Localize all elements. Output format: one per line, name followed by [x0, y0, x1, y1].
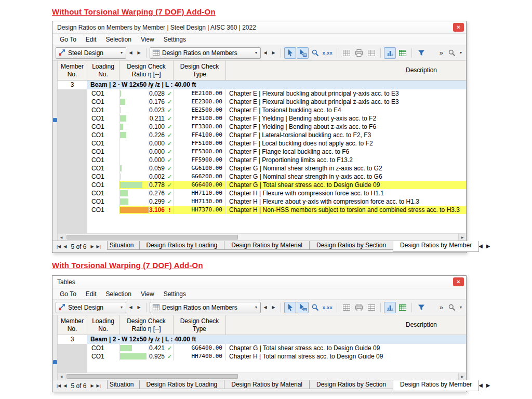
- module-combo[interactable]: Steel Design ▾: [56, 302, 126, 313]
- tab-design-ratios-by-section[interactable]: Design Ratios by Section: [309, 380, 393, 389]
- tab-situation[interactable]: Situation: [107, 380, 140, 389]
- col-loading-no[interactable]: Loading No.: [87, 315, 119, 335]
- tabs-scroll-right-icon[interactable]: ▶: [486, 382, 490, 388]
- menu-edit[interactable]: Edit: [81, 35, 101, 44]
- sync-selection-icon[interactable]: [284, 47, 296, 59]
- col-description[interactable]: Description: [226, 315, 466, 335]
- pager-first-button[interactable]: |◀: [57, 383, 61, 388]
- table-row[interactable]: CO1 0.211 ✓ FF3100.00 Chapter F | Yieldi…: [58, 114, 466, 123]
- decimal-places-icon[interactable]: x.xx: [322, 47, 334, 59]
- filter-icon[interactable]: [415, 47, 427, 59]
- col-description[interactable]: Description: [226, 61, 466, 80]
- menu-go-to[interactable]: Go To: [55, 35, 81, 44]
- col-design-check-ratio[interactable]: Design Check Ratio η [--]: [119, 315, 174, 335]
- table-row[interactable]: CO1 0.028 ✓ EE2100.00 Chapter E | Flexur…: [58, 89, 466, 98]
- module-next-button[interactable]: ▶: [135, 48, 143, 58]
- pager-prev-button[interactable]: ◀: [63, 244, 66, 249]
- member-group-row[interactable]: 3 Beam | 2 - W 12x50 /y /z | L : 40.00 f…: [58, 81, 466, 89]
- menu-selection[interactable]: Selection: [101, 35, 136, 44]
- scrollbar-thumb[interactable]: [66, 235, 238, 240]
- result-diagrams-icon[interactable]: [384, 302, 396, 313]
- export-table-icon[interactable]: [365, 47, 377, 59]
- toolbar-overflow-button[interactable]: »: [437, 303, 446, 311]
- print-icon[interactable]: [353, 47, 365, 59]
- col-design-check-ratio[interactable]: Design Check Ratio η [--]: [119, 61, 174, 80]
- tab-design-ratios-by-material[interactable]: Design Ratios by Material: [224, 241, 310, 250]
- table-row[interactable]: CO1 0.176 ✓ EE2300.00 Chapter E | Flexur…: [58, 98, 466, 106]
- col-loading-no[interactable]: Loading No.: [87, 61, 119, 80]
- chevron-down-icon[interactable]: ▾: [459, 50, 463, 55]
- menu-settings[interactable]: Settings: [159, 35, 191, 44]
- tab-design-ratios-by-member[interactable]: Design Ratios by Member: [393, 380, 479, 391]
- tab-situation[interactable]: Situation: [107, 241, 140, 250]
- table-row[interactable]: CO1 0.059 ✓ GG6100.00 Chapter G | Nomina…: [58, 164, 466, 172]
- table-prev-button[interactable]: ◀: [261, 48, 269, 58]
- scroll-right-icon[interactable]: ▶: [458, 373, 466, 380]
- table-row[interactable]: CO1 0.226 ✓ FF4100.00 Chapter F | Latera…: [58, 131, 466, 139]
- side-panel-icon[interactable]: [53, 115, 57, 124]
- horizontal-scrollbar[interactable]: ◀ ▶: [58, 373, 466, 380]
- chevron-down-icon[interactable]: ▾: [459, 305, 463, 310]
- menu-view[interactable]: View: [136, 289, 159, 299]
- col-member-no[interactable]: Member No.: [58, 61, 87, 80]
- table-next-button[interactable]: ▶: [270, 302, 277, 313]
- print-icon[interactable]: [353, 302, 365, 313]
- module-combo[interactable]: Steel Design ▾: [56, 47, 126, 59]
- col-design-check-type[interactable]: Design Check Type: [174, 315, 226, 335]
- pager-last-button[interactable]: ▶|: [97, 244, 101, 249]
- menu-edit[interactable]: Edit: [81, 289, 101, 299]
- module-prev-button[interactable]: ◀: [127, 48, 135, 58]
- pager-first-button[interactable]: |◀: [57, 244, 61, 249]
- col-member-no[interactable]: Member No.: [58, 315, 87, 335]
- table-row[interactable]: CO1 0.023 ✓ EE2500.00 Chapter E | Torsio…: [58, 106, 466, 114]
- pager-last-button[interactable]: ▶|: [97, 383, 101, 388]
- tabs-scroll-left-icon[interactable]: ◀: [478, 382, 483, 388]
- sync-selection-icon[interactable]: [284, 302, 296, 313]
- excel-export-icon[interactable]: [396, 47, 408, 59]
- member-group-row[interactable]: 3 Beam | 2 - W 12x50 /y /z | L : 40.00 f…: [58, 335, 466, 344]
- tab-design-ratios-by-section[interactable]: Design Ratios by Section: [309, 241, 393, 250]
- table-row[interactable]: CO1 0.000 ✓ FF5300.00 Chapter F | Flange…: [58, 148, 466, 156]
- excel-export-icon[interactable]: [396, 302, 408, 313]
- zoom-to-selection-icon[interactable]: [309, 47, 321, 59]
- table-row[interactable]: CO1 0.100 ✓ FF3300.00 Chapter F | Yieldi…: [58, 123, 466, 131]
- toolbar-overflow-button[interactable]: »: [437, 49, 446, 57]
- scroll-right-icon[interactable]: ▶: [458, 234, 466, 241]
- filter-icon[interactable]: [415, 302, 427, 313]
- tabs-scroll-left-icon[interactable]: ◀: [478, 243, 483, 249]
- pager-prev-button[interactable]: ◀: [63, 383, 66, 388]
- close-icon[interactable]: ×: [453, 277, 464, 286]
- table-row[interactable]: CO1 0.276 ✓ HH7110.00 Chapter H | Flexur…: [58, 189, 466, 197]
- export-table-icon[interactable]: [365, 302, 377, 313]
- zoom-to-selection-icon[interactable]: [309, 302, 321, 313]
- table-row[interactable]: CO1 0.421 ✓ GG6400.00 Chapter G | Total …: [58, 344, 466, 352]
- table-view-icon[interactable]: [340, 47, 352, 59]
- select-in-graphic-icon[interactable]: [297, 302, 309, 313]
- pager-next-button[interactable]: ▶: [90, 244, 94, 249]
- table-row[interactable]: CO1 0.002 ✓ GG6200.00 Chapter G | Nomina…: [58, 172, 466, 181]
- col-design-check-type[interactable]: Design Check Type: [174, 61, 226, 80]
- tabs-scroll-right-icon[interactable]: ▶: [486, 243, 490, 249]
- scroll-left-icon[interactable]: ◀: [58, 373, 65, 380]
- decimal-places-icon[interactable]: x.xx: [322, 302, 334, 313]
- pager-next-button[interactable]: ▶: [90, 383, 94, 388]
- tab-design-ratios-by-material[interactable]: Design Ratios by Material: [224, 380, 310, 389]
- scroll-left-icon[interactable]: ◀: [58, 234, 65, 241]
- search-icon[interactable]: [446, 302, 458, 313]
- table-row[interactable]: CO1 0.000 ✓ FF5900.00 Chapter F | Propor…: [58, 156, 466, 164]
- select-in-graphic-icon[interactable]: [297, 47, 309, 59]
- tab-design-ratios-by-member[interactable]: Design Ratios by Member: [393, 241, 479, 252]
- table-row[interactable]: CO1 0.925 ✓ HH7400.00 Chapter H | Total …: [58, 352, 466, 361]
- module-next-button[interactable]: ▶: [135, 302, 143, 313]
- table-row[interactable]: CO1 0.299 ✓ HH7130.00 Chapter H | Flexur…: [58, 197, 466, 206]
- table-select-combo[interactable]: Design Ratios on Members ▾: [150, 47, 261, 59]
- scrollbar-thumb[interactable]: [66, 374, 238, 379]
- table-prev-button[interactable]: ◀: [261, 302, 269, 313]
- table-select-combo[interactable]: Design Ratios on Members ▾: [150, 302, 261, 313]
- menu-settings[interactable]: Settings: [159, 289, 191, 299]
- table-row[interactable]: CO1 3.106 ! HH7370.00 Chapter H | Non-HS…: [58, 206, 466, 214]
- search-icon[interactable]: [446, 47, 458, 59]
- tab-design-ratios-by-loading[interactable]: Design Ratios by Loading: [139, 241, 225, 250]
- close-icon[interactable]: ×: [453, 23, 464, 32]
- module-prev-button[interactable]: ◀: [127, 302, 135, 313]
